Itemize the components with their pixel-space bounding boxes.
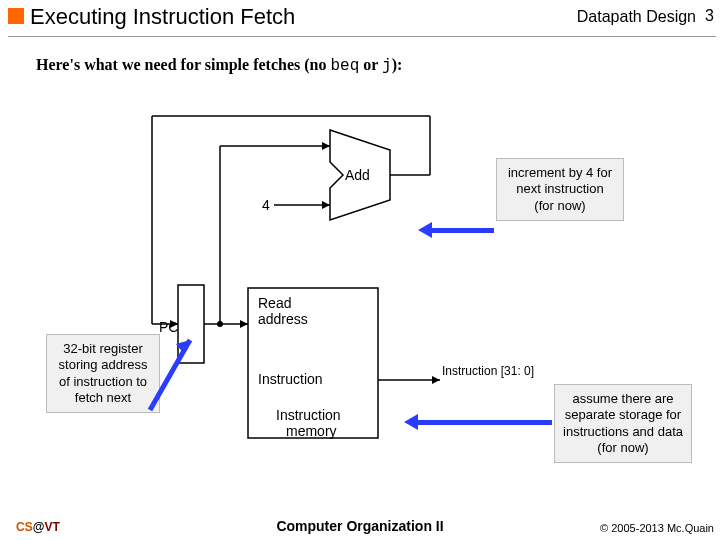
footer: CS@VT Computer Organization II © 2005-20…: [0, 512, 720, 540]
page-number: 3: [705, 7, 714, 25]
arrowhead-instr-out: [432, 376, 440, 384]
callout-harvard: assume there are separate storage for in…: [554, 384, 692, 463]
topic-label: Datapath Design: [577, 8, 696, 26]
accent-square-icon: [8, 8, 24, 24]
intro-code-beq: beq: [330, 57, 359, 75]
intro-mid: or: [359, 56, 382, 73]
arrowhead-pc-adder: [322, 142, 330, 150]
intro-suffix: ):: [392, 56, 403, 73]
arrowhead-increment-icon: [418, 222, 432, 238]
title-bar: Executing Instruction Fetch Datapath Des…: [0, 0, 720, 38]
slide: Executing Instruction Fetch Datapath Des…: [0, 0, 720, 540]
slide-title: Executing Instruction Fetch: [30, 4, 295, 30]
instruction-port-label: Instruction: [258, 371, 323, 387]
arrow-increment: [430, 228, 494, 233]
arrow-pc: [150, 330, 210, 420]
arrowhead-pc-imem: [240, 320, 248, 328]
callout-increment: increment by 4 for next instruction (for…: [496, 158, 624, 221]
intro-text: Here's what we need for simple fetches (…: [36, 56, 402, 75]
adder-label: Add: [345, 167, 370, 183]
arrowhead-harvard-icon: [404, 414, 418, 430]
instruction-bus-label: Instruction [31: 0]: [442, 364, 534, 378]
intro-code-j: j: [382, 57, 392, 75]
title-rule: [8, 36, 716, 37]
imem-label: Instruction memory: [276, 407, 344, 439]
const-4-label: 4: [262, 197, 270, 213]
callout-pc: 32-bit register storing address of instr…: [46, 334, 160, 413]
footer-right: © 2005-2013 Mc.Quain: [600, 522, 714, 534]
arrow-harvard: [416, 420, 552, 425]
intro-prefix: Here's what we need for simple fetches (…: [36, 56, 330, 73]
arrowhead-const4: [322, 201, 330, 209]
